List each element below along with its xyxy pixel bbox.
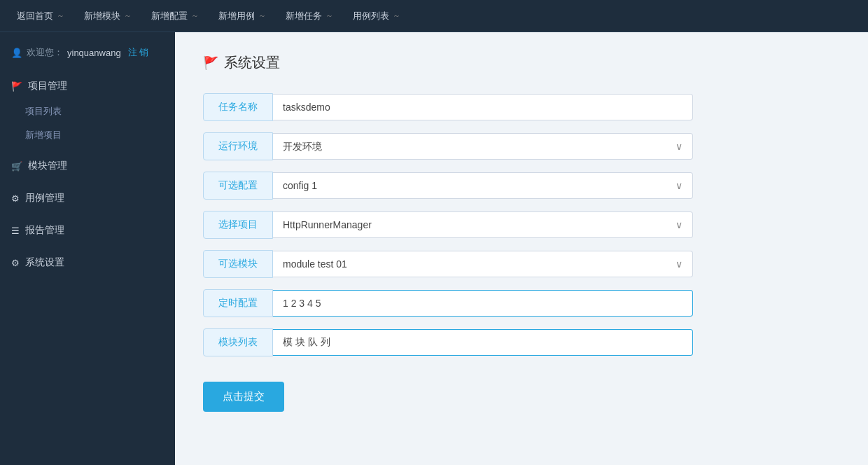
form-label-select-project-field: 选择项目 bbox=[203, 211, 273, 239]
home-btn[interactable]: 返回首页～ bbox=[7, 4, 74, 28]
logout-button[interactable]: 注 销 bbox=[128, 46, 149, 59]
nav-label: 用例列表 bbox=[353, 10, 389, 22]
section-label-project-management: 项目管理 bbox=[28, 80, 67, 92]
main-layout: 👤 欢迎您： yinquanwang 注 销 🚩项目管理项目列表新增项目🛒模块管… bbox=[0, 32, 868, 465]
section-label-module-management: 模块管理 bbox=[28, 160, 67, 172]
sidebar-item-project-list[interactable]: 项目列表 bbox=[0, 99, 175, 123]
optional-config-field[interactable]: config 1config 2config 3 bbox=[273, 173, 692, 198]
form-label-optional-module-field: 可选模块 bbox=[203, 250, 273, 278]
top-nav: 返回首页～新增模块～新增配置～新增用例～新增任务～用例列表～ bbox=[0, 0, 868, 32]
tilde-icon: ～ bbox=[393, 11, 400, 21]
tilde-icon: ～ bbox=[124, 11, 132, 21]
form-label-task-name-field: 任务名称 bbox=[203, 93, 273, 121]
form-row-select-project-field: 选择项目HttpRunnerManager∨ bbox=[203, 211, 693, 239]
page-title-container: 🚩 系统设置 bbox=[203, 53, 840, 72]
nav-label: 新增用例 bbox=[218, 10, 255, 22]
sidebar-section-project-management: 🚩项目管理项目列表新增项目 bbox=[0, 73, 175, 147]
form-label-schedule-config-field: 定时配置 bbox=[203, 289, 273, 317]
add-case-btn[interactable]: 新增用例～ bbox=[209, 4, 276, 28]
nav-label: 新增任务 bbox=[286, 10, 322, 22]
section-label-system-settings: 系统设置 bbox=[25, 256, 64, 269]
page-title: 系统设置 bbox=[224, 53, 280, 72]
section-label-report-management: 报告管理 bbox=[25, 224, 64, 237]
form-select-wrapper-optional-config-field: config 1config 2config 3∨ bbox=[273, 172, 693, 199]
form-select-wrapper-run-env-field: 开发环境测试环境生产环境∨ bbox=[273, 133, 693, 160]
section-label-case-management: 用例管理 bbox=[25, 192, 64, 204]
form-row-run-env-field: 运行环境开发环境测试环境生产环境∨ bbox=[203, 132, 693, 160]
sidebar-section-system-settings: ⚙系统设置 bbox=[0, 249, 175, 276]
form-row-optional-module-field: 可选模块module test 01module test 02∨ bbox=[203, 250, 693, 278]
sidebar-section-title-module-management[interactable]: 🛒模块管理 bbox=[0, 153, 175, 179]
tilde-icon: ～ bbox=[326, 11, 333, 21]
form-row-task-name-field: 任务名称 bbox=[203, 93, 693, 121]
tilde-icon: ～ bbox=[191, 11, 199, 21]
sidebar: 👤 欢迎您： yinquanwang 注 销 🚩项目管理项目列表新增项目🛒模块管… bbox=[0, 32, 175, 465]
nav-label: 返回首页 bbox=[17, 10, 53, 22]
sidebar-section-report-management: ☰报告管理 bbox=[0, 217, 175, 244]
sidebar-user: 👤 欢迎您： yinquanwang 注 销 bbox=[0, 39, 175, 73]
welcome-text: 欢迎您： bbox=[27, 46, 63, 59]
sidebar-section-title-project-management[interactable]: 🚩项目管理 bbox=[0, 73, 175, 99]
form-label-optional-config-field: 可选配置 bbox=[203, 172, 273, 200]
section-icon-module-management: 🛒 bbox=[11, 161, 22, 172]
form-row-schedule-config-field: 定时配置 bbox=[203, 289, 693, 317]
add-task-btn[interactable]: 新增任务～ bbox=[276, 4, 343, 28]
sidebar-item-add-project[interactable]: 新增项目 bbox=[0, 123, 175, 147]
schedule-config-field[interactable] bbox=[273, 290, 693, 317]
person-icon: 👤 bbox=[11, 48, 22, 58]
form-select-wrapper-select-project-field: HttpRunnerManager∨ bbox=[273, 211, 693, 238]
form-label-module-list-field: 模块列表 bbox=[203, 328, 273, 356]
module-list-field[interactable] bbox=[273, 329, 693, 356]
form-row-module-list-field: 模块列表 bbox=[203, 328, 693, 356]
tilde-icon: ～ bbox=[258, 11, 266, 21]
flag-icon: 🚩 bbox=[203, 55, 218, 71]
form-row-optional-config-field: 可选配置config 1config 2config 3∨ bbox=[203, 172, 693, 200]
case-list-btn[interactable]: 用例列表～ bbox=[343, 4, 410, 28]
nav-label: 新增配置 bbox=[151, 10, 188, 22]
sidebar-section-title-system-settings[interactable]: ⚙系统设置 bbox=[0, 249, 175, 276]
section-icon-project-management: 🚩 bbox=[11, 81, 22, 92]
select-project-field[interactable]: HttpRunnerManager bbox=[273, 212, 692, 237]
add-config-btn[interactable]: 新增配置～ bbox=[141, 4, 209, 28]
sidebar-section-module-management: 🛒模块管理 bbox=[0, 153, 175, 179]
section-icon-case-management: ⚙ bbox=[11, 193, 20, 204]
content-area: 🚩 系统设置 任务名称运行环境开发环境测试环境生产环境∨可选配置config 1… bbox=[175, 32, 868, 465]
add-module-btn[interactable]: 新增模块～ bbox=[74, 4, 141, 28]
username-text: yinquanwang bbox=[67, 48, 121, 58]
sidebar-section-title-case-management[interactable]: ⚙用例管理 bbox=[0, 185, 175, 211]
sidebar-section-title-report-management[interactable]: ☰报告管理 bbox=[0, 217, 175, 244]
submit-button[interactable]: 点击提交 bbox=[203, 382, 284, 412]
sidebar-section-case-management: ⚙用例管理 bbox=[0, 185, 175, 211]
form-container: 任务名称运行环境开发环境测试环境生产环境∨可选配置config 1config … bbox=[203, 93, 693, 412]
tilde-icon: ～ bbox=[57, 11, 64, 21]
section-icon-system-settings: ⚙ bbox=[11, 258, 20, 268]
nav-label: 新增模块 bbox=[84, 10, 120, 22]
optional-module-field[interactable]: module test 01module test 02 bbox=[273, 251, 692, 277]
form-label-run-env-field: 运行环境 bbox=[203, 132, 273, 160]
run-env-field[interactable]: 开发环境测试环境生产环境 bbox=[273, 134, 692, 159]
task-name-field[interactable] bbox=[273, 94, 693, 120]
section-icon-report-management: ☰ bbox=[11, 225, 20, 236]
form-select-wrapper-optional-module-field: module test 01module test 02∨ bbox=[273, 251, 693, 277]
